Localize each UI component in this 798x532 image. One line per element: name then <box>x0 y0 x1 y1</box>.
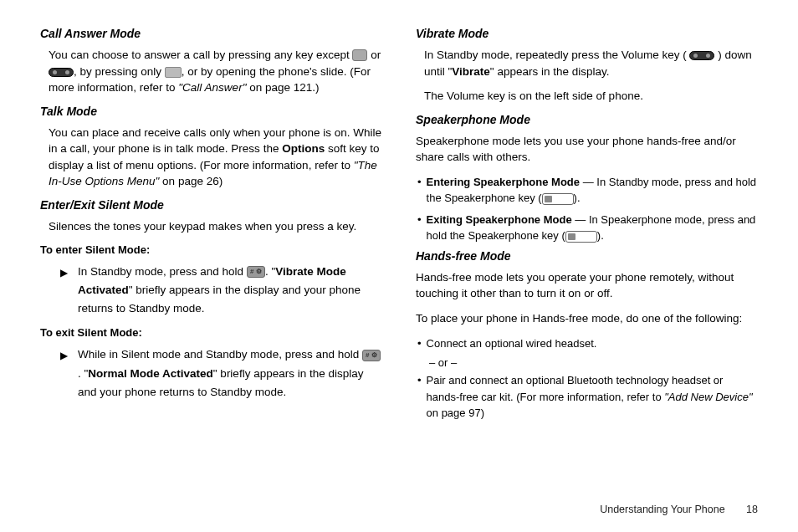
step-exit-silent: ▶ While in Silent mode and Standby mode,… <box>40 345 382 402</box>
hash-key-icon: # ⚙ <box>247 266 265 278</box>
end-key-icon <box>352 49 367 61</box>
heading-speakerphone-mode: Speakerphone Mode <box>416 113 758 126</box>
heading-hands-free-mode: Hands-free Mode <box>416 249 758 263</box>
volume-key-icon <box>49 68 74 77</box>
triangle-bullet-icon: ▶ <box>60 348 68 402</box>
bullet-icon: • <box>417 335 422 352</box>
text: In Standby mode, repeatedly press the Vo… <box>424 49 689 61</box>
bullet-exit-speakerphone: • Exiting Speakerphone Mode — In Speaker… <box>416 212 758 244</box>
para-hands-2: To place your phone in Hands-free mode, … <box>416 310 758 327</box>
xref-add-new-device: "Add New Device" <box>664 391 752 403</box>
text: ). <box>574 192 581 204</box>
options-softkey-label: Options <box>282 142 325 155</box>
exit-speaker-label: Exiting Speakerphone Mode <box>427 213 572 226</box>
text: on page 26) <box>159 175 223 187</box>
left-column: Call Answer Mode You can choose to answe… <box>40 27 382 427</box>
para-call-answer: You can choose to answer a call by press… <box>40 47 382 96</box>
heading-exit-silent: To exit Silent Mode: <box>40 326 382 339</box>
text: on page 121.) <box>246 81 319 94</box>
text: " appears in the display. <box>490 65 610 78</box>
page-footer: Understanding Your Phone 18 <box>600 504 758 515</box>
para-hands-1: Hands-free mode lets you operate your ph… <box>416 269 758 302</box>
page-number: 18 <box>746 504 758 515</box>
or-separator: – or – <box>416 356 758 369</box>
normal-activated-label: Normal Mode Activated <box>88 367 213 380</box>
para-vibrate-2: The Volume key is on the left side of ph… <box>416 88 758 105</box>
volume-key-icon <box>689 51 714 60</box>
para-silent: Silences the tones your keypad makes whe… <box>40 218 382 235</box>
heading-talk-mode: Talk Mode <box>40 105 382 118</box>
bullet-icon: • <box>417 174 422 207</box>
para-vibrate-1: In Standby mode, repeatedly press the Vo… <box>416 47 758 79</box>
text: Entering Speakerphone Mode — In Standby … <box>427 174 758 207</box>
heading-call-answer-mode: Call Answer Mode <box>40 27 382 40</box>
bullet-enter-speakerphone: • Entering Speakerphone Mode — In Standb… <box>416 174 758 207</box>
speakerphone-key-icon <box>542 193 574 205</box>
text: In Standby mode, press and hold <box>78 265 247 278</box>
xref-call-answer: "Call Answer" <box>178 81 246 94</box>
text: Exiting Speakerphone Mode — In Speakerph… <box>427 212 758 244</box>
text: or <box>367 49 381 61</box>
text: , by pressing only <box>74 65 165 78</box>
send-key-icon <box>165 67 182 78</box>
speakerphone-key-icon <box>565 231 597 243</box>
text: While in Silent mode and Standby mode, p… <box>78 348 362 361</box>
bullet-icon: • <box>417 212 422 244</box>
para-speaker: Speakerphone mode lets you use your phon… <box>416 133 758 166</box>
text: Pair and connect an optional Bluetooth t… <box>427 372 758 422</box>
enter-speaker-label: Entering Speakerphone Mode <box>427 176 580 188</box>
text: In Standby mode, press and hold # ⚙. "Vi… <box>78 263 382 319</box>
text: Connect an optional wired headset. <box>427 335 758 352</box>
heading-vibrate-mode: Vibrate Mode <box>416 27 758 40</box>
text: . " <box>265 265 275 278</box>
para-talk: You can place and receive calls only whe… <box>40 125 382 190</box>
step-enter-silent: ▶ In Standby mode, press and hold # ⚙. "… <box>40 263 382 319</box>
bullet-wired-headset: • Connect an optional wired headset. <box>416 335 758 352</box>
heading-enter-silent: To enter Silent Mode: <box>40 243 382 256</box>
text: You can choose to answer a call by press… <box>49 49 352 61</box>
triangle-bullet-icon: ▶ <box>60 265 68 319</box>
text: ). <box>597 229 604 242</box>
section-title: Understanding Your Phone <box>600 504 724 515</box>
heading-silent-mode: Enter/Exit Silent Mode <box>40 198 382 212</box>
right-column: Vibrate Mode In Standby mode, repeatedly… <box>416 27 758 427</box>
text: . " <box>78 367 88 380</box>
bullet-bluetooth: • Pair and connect an optional Bluetooth… <box>416 372 758 422</box>
bullet-icon: • <box>417 372 422 422</box>
vibrate-label: Vibrate <box>452 65 490 78</box>
hash-key-icon: # ⚙ <box>362 350 381 361</box>
text: While in Silent mode and Standby mode, p… <box>78 345 382 402</box>
text: on page 97) <box>427 407 484 419</box>
